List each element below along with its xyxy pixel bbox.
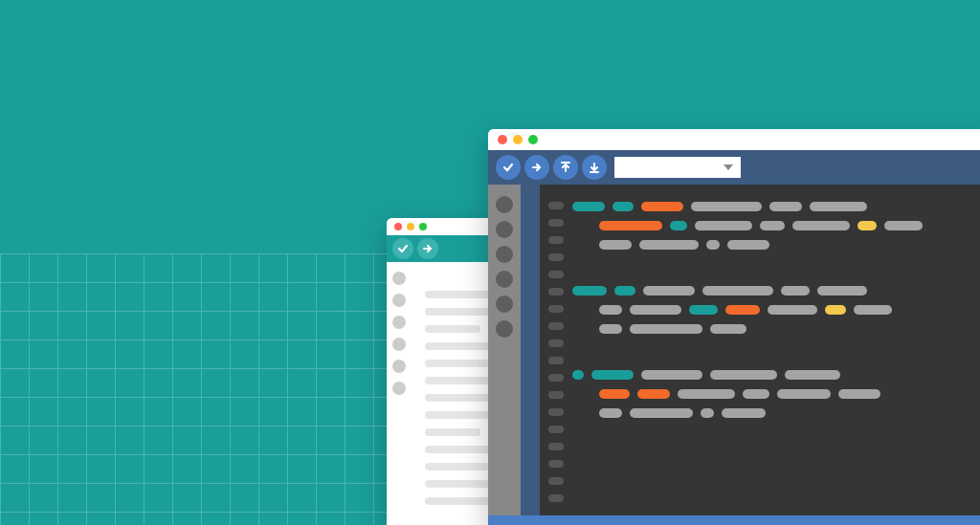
- code-token: [612, 202, 634, 211]
- code-token: [639, 240, 699, 250]
- code-line: [572, 202, 980, 211]
- code-token: [710, 324, 746, 334]
- code-token: [641, 370, 702, 380]
- sidebar-dot[interactable]: [496, 196, 513, 213]
- verify-button[interactable]: [392, 238, 413, 259]
- sidebar-dot[interactable]: [496, 246, 513, 263]
- code-token: [572, 370, 584, 380]
- gutter: [521, 185, 540, 525]
- code-line: [572, 240, 980, 250]
- line-number: [548, 339, 564, 347]
- background-grid: [0, 253, 402, 525]
- code-token: [817, 286, 867, 295]
- sidebar-dot[interactable]: [496, 221, 513, 238]
- code-token: [701, 408, 714, 418]
- code-token: [670, 221, 687, 230]
- code-token: [725, 305, 760, 315]
- sidebar-dot: [392, 316, 406, 329]
- upload-icon: [559, 161, 572, 174]
- code-line: [572, 286, 980, 295]
- maximize-icon[interactable]: [528, 135, 538, 144]
- verify-button[interactable]: [496, 155, 521, 180]
- upload-button[interactable]: [553, 155, 578, 180]
- code-token: [760, 221, 785, 230]
- line-number: [548, 374, 564, 382]
- code-line: [425, 463, 489, 470]
- run-button[interactable]: [524, 155, 549, 180]
- line-number: [548, 236, 564, 244]
- board-select[interactable]: [614, 157, 741, 178]
- code-line: [425, 360, 489, 367]
- line-number: [548, 305, 564, 313]
- sidebar: [488, 185, 521, 525]
- line-numbers: [540, 185, 572, 525]
- maximize-icon[interactable]: [419, 223, 427, 230]
- code-token: [769, 202, 802, 211]
- sidebar: [387, 262, 412, 525]
- line-number: [548, 253, 564, 261]
- code-editor[interactable]: [540, 185, 980, 525]
- line-number: [548, 443, 564, 450]
- code-token: [792, 221, 850, 230]
- code-line: [572, 408, 980, 418]
- code-token: [854, 305, 892, 315]
- code-token: [702, 286, 773, 295]
- code-token: [695, 221, 752, 230]
- code-token: [572, 286, 607, 295]
- code-token: [614, 286, 635, 295]
- code-token: [810, 202, 867, 211]
- code-token: [722, 408, 766, 418]
- download-button[interactable]: [582, 155, 607, 180]
- titlebar: [488, 129, 980, 150]
- code-token: [630, 408, 693, 418]
- code-token: [591, 370, 634, 380]
- code-token: [630, 324, 702, 334]
- code-token: [678, 389, 735, 399]
- code-line: [425, 428, 480, 436]
- arrow-right-icon: [422, 243, 434, 254]
- code-token: [743, 389, 769, 399]
- code-line: [572, 305, 980, 315]
- line-number: [548, 494, 564, 502]
- line-number: [548, 477, 564, 485]
- code-token: [710, 370, 777, 380]
- upload-button[interactable]: [417, 238, 438, 259]
- line-number: [548, 271, 564, 278]
- code-token: [858, 221, 877, 230]
- code-line: [572, 389, 980, 399]
- check-icon: [501, 161, 515, 174]
- code-token: [781, 286, 810, 295]
- code-token: [599, 408, 622, 418]
- code-line: [425, 325, 480, 333]
- line-number: [548, 322, 564, 330]
- sidebar-dot[interactable]: [496, 271, 513, 288]
- code-token: [599, 221, 662, 230]
- line-number: [548, 460, 564, 468]
- line-number: [548, 202, 564, 209]
- minimize-icon[interactable]: [513, 135, 523, 144]
- download-icon: [588, 161, 601, 174]
- code-token: [599, 305, 622, 315]
- line-number: [548, 219, 564, 227]
- code-token: [643, 286, 695, 295]
- code-content: [572, 185, 980, 525]
- sidebar-dot[interactable]: [496, 295, 513, 313]
- code-line: [572, 221, 980, 230]
- arrow-right-icon: [530, 161, 544, 174]
- line-number: [548, 408, 564, 416]
- code-line: [425, 497, 495, 505]
- check-icon: [397, 243, 409, 254]
- code-line: [572, 324, 980, 334]
- code-token: [777, 389, 831, 399]
- line-number: [548, 357, 564, 364]
- minimize-icon[interactable]: [407, 223, 414, 230]
- toolbar: [488, 150, 980, 185]
- code-line: [572, 370, 980, 380]
- sidebar-dot[interactable]: [496, 320, 513, 338]
- ide-window-dark: [488, 129, 980, 525]
- close-icon[interactable]: [498, 135, 507, 144]
- code-token: [637, 389, 670, 399]
- code-token: [599, 324, 622, 334]
- close-icon[interactable]: [394, 223, 402, 230]
- sidebar-dot: [392, 272, 406, 285]
